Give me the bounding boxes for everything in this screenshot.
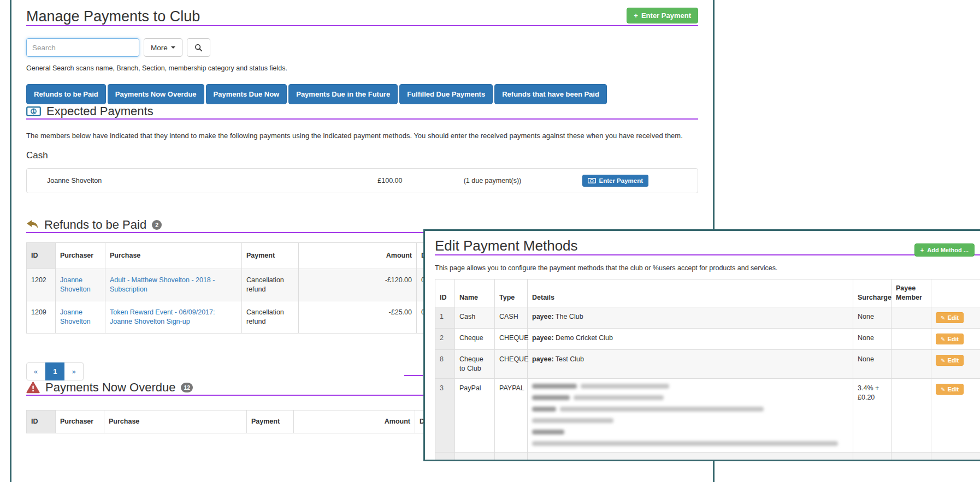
pagination: « 1 » — [26, 362, 84, 380]
money-icon — [588, 178, 596, 183]
method-type: PAYPAL — [495, 379, 528, 453]
money-icon: 1 — [26, 106, 41, 116]
method-details: payee: Demo Cricket Club — [528, 329, 853, 350]
pagination-next[interactable]: » — [64, 362, 83, 380]
method-payee — [892, 307, 931, 329]
expected-payment-row: Joanne Shovelton £100.00 (1 due payment(… — [26, 168, 698, 193]
col-id: ID — [27, 410, 56, 433]
details-label: payee: — [532, 313, 554, 320]
method-name: Cheque to Club — [455, 350, 495, 379]
edit-button[interactable]: ✎Edit — [936, 334, 964, 344]
panel-title: Edit Payment Methods — [435, 237, 980, 254]
pencil-icon: ✎ — [941, 315, 945, 321]
col-surcharge: Surcharge — [853, 279, 892, 307]
col-details: Details — [528, 279, 853, 307]
details-label: payee: — [532, 355, 554, 363]
method-name: PayPal — [455, 379, 495, 453]
method-payee — [892, 350, 931, 379]
method-type: CHEQUE — [495, 350, 528, 379]
col-id: ID — [435, 279, 455, 307]
purchaser-link[interactable]: Joanne Shovelton — [60, 276, 91, 293]
method-type: CASH — [495, 307, 528, 329]
method-details: payee: The Club — [528, 307, 853, 329]
filter-payments-due-future[interactable]: Payments Due in the Future — [288, 84, 398, 104]
overdue-count-badge: 12 — [181, 383, 193, 392]
purchaser-link[interactable]: Joanne Shovelton — [60, 308, 91, 325]
edit-button[interactable]: ✎Edit — [936, 384, 964, 395]
table-row: 2 Cheque CHEQUE payee: Demo Cricket Club… — [435, 329, 980, 350]
chevron-down-icon — [171, 46, 175, 49]
page-title: Manage Payments to Club — [26, 8, 200, 25]
purchase-link[interactable]: Token Reward Event - 06/09/2017: Joanne … — [110, 308, 215, 325]
edit-button[interactable]: ✎Edit — [936, 355, 964, 366]
pagination-prev[interactable]: « — [26, 362, 45, 380]
hidden-section-underline-sliver — [404, 375, 423, 376]
col-purchaser: Purchaser — [56, 243, 105, 269]
method-payee — [892, 329, 931, 350]
filter-refunds-to-be-paid[interactable]: Refunds to be Paid — [26, 84, 106, 104]
col-amount: Amount — [294, 410, 415, 433]
reply-icon — [26, 219, 39, 230]
expected-payments-description: The members below have indicated that th… — [26, 130, 696, 141]
pencil-icon: ✎ — [941, 358, 945, 364]
search-help-text: General Search scans name, Branch, Secti… — [26, 64, 698, 72]
method-id: 2 — [435, 329, 455, 350]
pencil-icon: ✎ — [941, 386, 945, 392]
panel-description: This page allows you to configure the pa… — [435, 264, 980, 272]
filter-payments-now-overdue[interactable]: Payments Now Overdue — [108, 84, 204, 104]
refunds-count-badge: 2 — [152, 220, 162, 230]
edit-button[interactable]: ✎Edit — [936, 312, 964, 323]
method-actions: ✎Edit — [931, 307, 980, 329]
method-details-redacted — [528, 379, 853, 453]
payer-name: Joanne Shovelton — [47, 177, 336, 185]
method-actions: ✎Edit — [931, 329, 980, 350]
table-header-row: ID Name Type Details Surcharge Payee Mem… — [435, 279, 980, 307]
method-type: CHEQUE — [495, 329, 528, 350]
pagination-page-1[interactable]: 1 — [45, 362, 64, 380]
plus-icon: + — [634, 11, 638, 20]
table-row: 3 PayPal PAYPAL 3.4% + £0.20 ✎Edit — [435, 379, 980, 453]
method-actions: ✎Edit — [931, 379, 980, 453]
svg-text:1: 1 — [32, 109, 36, 114]
filter-fulfilled-due-payments[interactable]: Fulfilled Due Payments — [399, 84, 493, 104]
panel-title-underline — [435, 254, 980, 255]
table-row: 8 Cheque to Club CHEQUE payee: Test Club… — [435, 350, 980, 379]
method-actions: ✎Edit — [931, 350, 980, 379]
filter-refunds-paid[interactable]: Refunds that have been Paid — [494, 84, 607, 104]
refund-amount: -£25.00 — [299, 301, 417, 334]
refund-amount: -£120.00 — [299, 269, 417, 301]
table-row-partial — [435, 453, 980, 460]
col-actions — [931, 279, 980, 307]
col-payee-member: Payee Member — [892, 279, 931, 307]
refund-id: 1209 — [27, 301, 56, 334]
expected-payments-underline — [26, 118, 698, 120]
search-button[interactable] — [187, 38, 210, 57]
payment-type: Cancellation refund — [242, 301, 299, 334]
payment-type: Cancellation refund — [242, 269, 299, 301]
method-id: 1 — [435, 307, 455, 329]
purchase-link[interactable]: Adult - Matthew Shovelton - 2018 - Subsc… — [110, 276, 215, 293]
more-dropdown-button[interactable]: More — [144, 38, 182, 57]
warning-icon — [26, 382, 40, 394]
details-value: The Club — [556, 313, 583, 320]
col-type: Type — [495, 279, 528, 307]
col-purchase: Purchase — [104, 410, 247, 433]
col-amount: Amount — [299, 243, 417, 269]
payment-methods-table: ID Name Type Details Surcharge Payee Mem… — [435, 279, 980, 460]
details-label: payee: — [532, 334, 554, 342]
method-name: Cash — [455, 307, 495, 329]
filter-payments-due-now[interactable]: Payments Due Now — [206, 84, 287, 104]
details-value: Test Club — [556, 355, 584, 363]
col-purchase: Purchase — [105, 243, 242, 269]
title-underline — [26, 25, 698, 26]
add-method-button[interactable]: + Add Method ... — [914, 243, 975, 257]
enter-payment-button[interactable]: + Enter Payment — [627, 8, 698, 23]
plus-icon: + — [920, 247, 924, 253]
search-input[interactable] — [26, 38, 139, 57]
search-icon — [194, 44, 203, 52]
method-payee — [892, 379, 931, 453]
col-name: Name — [455, 279, 495, 307]
enter-payment-row-button[interactable]: Enter Payment — [582, 175, 648, 187]
col-payment: Payment — [242, 243, 299, 269]
method-surcharge: None — [853, 307, 892, 329]
